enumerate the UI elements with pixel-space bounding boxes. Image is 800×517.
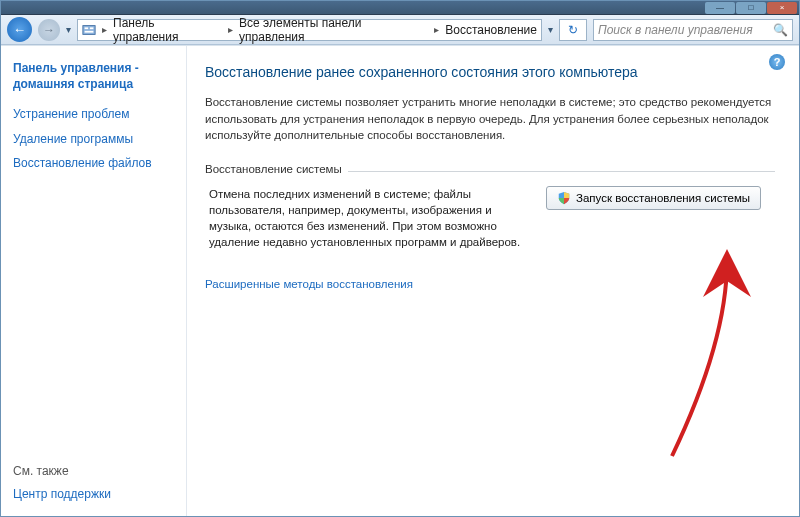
search-box[interactable]: Поиск в панели управления 🔍 xyxy=(593,19,793,41)
sidebar-uninstall-link[interactable]: Удаление программы xyxy=(13,131,174,147)
see-also-label: См. также xyxy=(13,464,174,478)
maximize-button[interactable]: □ xyxy=(736,2,766,14)
breadcrumb-recovery[interactable]: Восстановление xyxy=(441,23,541,37)
control-panel-window: — □ × ← → ▾ ▸ Панель управления ▸ Все эл… xyxy=(0,0,800,517)
refresh-button[interactable]: ↻ xyxy=(559,19,587,41)
chevron-icon[interactable]: ▸ xyxy=(226,24,235,35)
search-icon[interactable]: 🔍 xyxy=(773,23,788,37)
svg-rect-2 xyxy=(90,27,94,29)
group-description: Отмена последних изменений в системе; фа… xyxy=(209,186,528,250)
nav-forward-button[interactable]: → xyxy=(38,19,60,41)
control-panel-icon xyxy=(82,23,96,37)
breadcrumb-bar[interactable]: ▸ Панель управления ▸ Все элементы панел… xyxy=(77,19,542,41)
path-dropdown[interactable]: ▾ xyxy=(548,24,553,35)
close-button[interactable]: × xyxy=(767,2,797,14)
sidebar-home-link[interactable]: Панель управления - домашняя страница xyxy=(13,60,174,92)
page-title: Восстановление ранее сохраненного состоя… xyxy=(205,64,775,80)
sidebar-support-link[interactable]: Центр поддержки xyxy=(13,486,174,502)
nav-back-button[interactable]: ← xyxy=(7,17,32,42)
chevron-icon[interactable]: ▸ xyxy=(432,24,441,35)
nav-history-dropdown[interactable]: ▾ xyxy=(66,24,71,35)
button-label: Запуск восстановления системы xyxy=(576,192,750,204)
address-bar: ← → ▾ ▸ Панель управления ▸ Все элементы… xyxy=(1,15,799,45)
group-label: Восстановление системы xyxy=(205,163,348,175)
advanced-recovery-link[interactable]: Расширенные методы восстановления xyxy=(205,278,775,290)
sidebar: Панель управления - домашняя страница Ус… xyxy=(1,46,186,516)
intro-text: Восстановление системы позволяет устрани… xyxy=(205,94,775,144)
breadcrumb-control-panel[interactable]: Панель управления xyxy=(109,16,226,44)
body: Панель управления - домашняя страница Ус… xyxy=(1,45,799,516)
search-placeholder: Поиск в панели управления xyxy=(598,23,753,37)
titlebar: — □ × xyxy=(1,1,799,15)
breadcrumb-all-items[interactable]: Все элементы панели управления xyxy=(235,16,432,44)
help-icon[interactable]: ? xyxy=(769,54,785,70)
svg-rect-1 xyxy=(85,27,89,29)
system-restore-group: Восстановление системы Отмена последних … xyxy=(205,162,775,254)
chevron-icon[interactable]: ▸ xyxy=(100,24,109,35)
sidebar-filerecovery-link[interactable]: Восстановление файлов xyxy=(13,155,174,171)
start-system-restore-button[interactable]: Запуск восстановления системы xyxy=(546,186,761,210)
main-content: ? Восстановление ранее сохраненного сост… xyxy=(187,46,799,516)
sidebar-troubleshoot-link[interactable]: Устранение проблем xyxy=(13,106,174,122)
minimize-button[interactable]: — xyxy=(705,2,735,14)
svg-rect-3 xyxy=(85,30,94,32)
shield-icon xyxy=(557,191,571,205)
svg-rect-0 xyxy=(83,25,95,34)
